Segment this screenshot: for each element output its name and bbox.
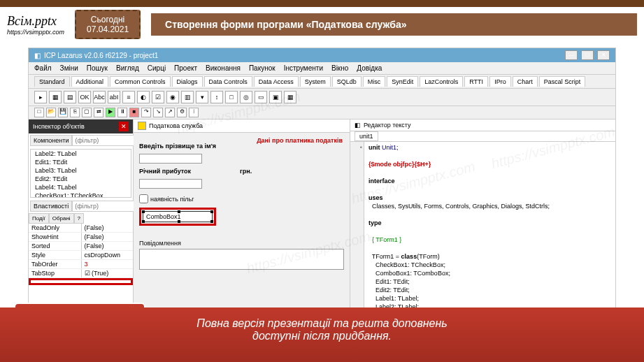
panel-component[interactable]: ▭ xyxy=(255,91,267,103)
menu-file[interactable]: Файл xyxy=(34,64,52,72)
property-grid[interactable]: ReadOnly(False) ShowHint(False) Sorted(F… xyxy=(29,224,133,278)
inspector-title[interactable]: Інспектор об'єктів ✕ xyxy=(29,120,133,133)
ide-titlebar[interactable]: ◧ ICP Lazarus v2.0.6 r62129 - project1 —… xyxy=(29,48,615,62)
stop-button[interactable]: ■ xyxy=(129,108,139,117)
logo-block: Всім.pptx https://vsimpptx.com xyxy=(7,14,64,36)
stepout-button[interactable]: ↗ xyxy=(165,108,175,117)
menu-tools[interactable]: Інструменти xyxy=(284,64,323,72)
open-button[interactable]: 📂 xyxy=(46,108,56,117)
component-list[interactable]: Label2: TLabel Edit1: TEdit Label3: TLab… xyxy=(30,149,131,198)
combobox-highlight: ComboBox1 xyxy=(139,208,216,226)
groupbox-component[interactable]: □ xyxy=(225,91,238,103)
object-inspector: Інспектор об'єктів ✕ Компоненти Label2: … xyxy=(29,120,134,315)
tab-help[interactable]: ? xyxy=(74,213,84,224)
popupmenu-component[interactable]: ▤ xyxy=(64,91,76,103)
close-button[interactable]: ✕ xyxy=(597,50,610,60)
unit-tab[interactable]: unit1 xyxy=(355,131,378,141)
toggle-component[interactable]: ◐ xyxy=(137,91,150,103)
component-palette-tabs: Standard Additional Common Controls Dial… xyxy=(29,75,615,89)
list-item[interactable]: Label4: TLabel xyxy=(31,183,131,191)
menu-package[interactable]: Пакунок xyxy=(249,64,276,72)
memo-label[interactable]: Повідомлення xyxy=(139,240,344,247)
tab-fav[interactable]: Обрані xyxy=(49,213,74,224)
tab-chart[interactable]: Chart xyxy=(513,76,538,87)
list-item[interactable]: CheckBox1: TCheckBox xyxy=(31,191,131,198)
mainmenu-component[interactable]: ▦ xyxy=(49,91,62,103)
tab-ipro[interactable]: IPro xyxy=(489,76,511,87)
stepin-button[interactable]: ↘ xyxy=(153,108,163,117)
menu-view[interactable]: Вигляд xyxy=(116,64,139,72)
checkbox-input[interactable] xyxy=(139,194,148,203)
tab-rtti[interactable]: RTTI xyxy=(464,76,488,87)
editor-titlebar[interactable]: ◧ Редактор тексту xyxy=(350,120,615,131)
scrollbar-component[interactable]: ↕ xyxy=(210,91,223,103)
label-uah[interactable]: грн. xyxy=(240,168,252,175)
list-item[interactable]: Label3: TLabel xyxy=(31,166,131,175)
radiogroup-component[interactable]: ◎ xyxy=(240,91,252,103)
footer-message: Повна версія презентації та решта доповн… xyxy=(14,317,630,342)
checkbox-component[interactable]: ☑ xyxy=(152,91,164,103)
build-button[interactable]: ⚙ xyxy=(177,108,187,117)
tab-events[interactable]: Події xyxy=(29,213,49,224)
main-area: Інспектор об'єктів ✕ Компоненти Label2: … xyxy=(29,120,615,315)
frame-component[interactable]: ▣ xyxy=(269,91,282,103)
list-item[interactable]: Edit2: TEdit xyxy=(31,175,131,183)
newform-button[interactable]: ▢ xyxy=(82,108,92,117)
modes-button[interactable]: ⁝ xyxy=(189,108,199,117)
footer: Повна версія презентації та решта доповн… xyxy=(0,307,644,362)
minimize-button[interactable]: — xyxy=(565,50,578,60)
date-value: 07.04.2021 xyxy=(87,24,129,34)
tab-dialogs[interactable]: Dialogs xyxy=(172,76,203,87)
inspector-close-button[interactable]: ✕ xyxy=(119,122,129,131)
tab-common[interactable]: Common Controls xyxy=(110,76,171,87)
tab-lazcontrols[interactable]: LazControls xyxy=(420,76,463,87)
editor-title-text: Редактор тексту xyxy=(364,122,411,129)
run-button[interactable]: ▶ xyxy=(106,108,115,117)
edit-component[interactable]: abI xyxy=(108,91,120,103)
label-component[interactable]: Abc xyxy=(93,91,106,103)
memo-box[interactable] xyxy=(139,249,344,270)
prop-row: TabOrder3 xyxy=(29,260,133,269)
maximize-button[interactable]: □ xyxy=(581,50,594,60)
menu-project[interactable]: Проект xyxy=(174,64,197,72)
tab-sqldb[interactable]: SQLdb xyxy=(332,76,362,87)
menu-source[interactable]: Сирці xyxy=(148,64,166,72)
combobox-selected[interactable]: ComboBox1 xyxy=(143,211,213,222)
edit-income[interactable] xyxy=(139,179,202,189)
tab-datacontrols[interactable]: Data Controls xyxy=(204,76,252,87)
menu-search[interactable]: Пошук xyxy=(87,64,108,72)
stepover-button[interactable]: ↷ xyxy=(141,108,151,117)
tab-pascalscript[interactable]: Pascal Script xyxy=(539,76,586,87)
combobox-component[interactable]: ▾ xyxy=(196,91,208,103)
pointer-tool[interactable]: ▸ xyxy=(34,91,47,103)
menu-edit[interactable]: Зміни xyxy=(60,64,78,72)
button-component[interactable]: OK xyxy=(78,91,91,103)
edit-name[interactable] xyxy=(139,154,202,164)
tab-standard[interactable]: Standard xyxy=(34,76,70,87)
list-item[interactable]: Edit1: TEdit xyxy=(31,158,131,166)
menu-bar: Файл Зміни Пошук Вигляд Сирці Проект Вик… xyxy=(29,62,615,75)
actionlist-component[interactable]: ▦ xyxy=(284,91,296,103)
toggle-button[interactable]: ⇄ xyxy=(94,108,103,117)
tab-additional[interactable]: Additional xyxy=(71,76,109,87)
label-income[interactable]: Річний прибуток xyxy=(139,168,191,175)
menu-window[interactable]: Вікно xyxy=(331,64,348,72)
menu-help[interactable]: Довідка xyxy=(357,64,382,72)
tab-system[interactable]: System xyxy=(300,76,331,87)
menu-run[interactable]: Виконання xyxy=(206,64,241,72)
pause-button[interactable]: ⏸ xyxy=(117,108,127,117)
radio-component[interactable]: ◉ xyxy=(166,91,179,103)
tab-misc[interactable]: Misc xyxy=(363,76,386,87)
listbox-component[interactable]: ▥ xyxy=(181,91,194,103)
save-button[interactable]: 💾 xyxy=(58,108,68,117)
memo-component[interactable]: ≡ xyxy=(122,91,135,103)
list-item[interactable]: Label2: TLabel xyxy=(31,150,131,158)
tab-dataaccess[interactable]: Data Access xyxy=(254,76,299,87)
saveall-button[interactable]: ⎘ xyxy=(70,108,80,117)
tab-synedit[interactable]: SynEdit xyxy=(387,76,418,87)
form-titlebar[interactable]: Податкова служба xyxy=(134,120,350,133)
new-button[interactable]: □ xyxy=(34,108,44,117)
checkbox-privileges[interactable]: наявність пільг xyxy=(139,194,344,203)
form-canvas[interactable]: Дані про платника податків Введіть прізв… xyxy=(134,133,350,315)
main-toolbar: □ 📂 💾 ⎘ ▢ ⇄ ▶ ⏸ ■ ↷ ↘ ↗ ⚙ ⁝ xyxy=(29,106,615,120)
